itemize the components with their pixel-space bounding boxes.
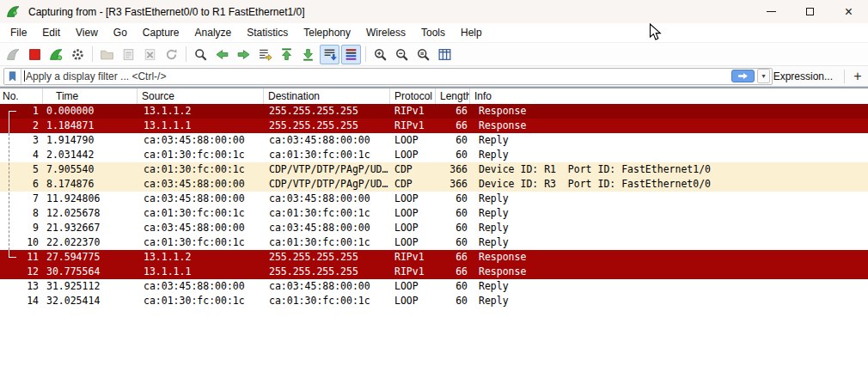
colorize-toggle[interactable] [341,45,361,64]
menu-tools[interactable]: Tools [413,23,453,42]
column-header-time[interactable]: Time [43,88,138,104]
maximize-icon [806,8,814,15]
cell-source: 13.1.1.2 [138,250,264,265]
cell-info: Response [470,250,868,265]
menu-go[interactable]: Go [106,23,135,42]
shark-fin-gray-icon [6,47,21,62]
cell-time: 0.000000 [43,104,138,119]
colorize-icon [344,47,358,62]
cell-length: 366 [436,177,470,192]
menu-edit[interactable]: Edit [34,23,68,42]
column-header-source[interactable]: Source [138,88,264,104]
maximize-button[interactable] [791,0,829,23]
cell-no: 3 [0,133,43,148]
menu-help[interactable]: Help [453,23,490,42]
apply-filter-button[interactable] [731,70,755,82]
resize-columns-button[interactable] [435,45,455,64]
go-back-button[interactable] [212,45,232,64]
cell-source: 13.1.1.2 [138,104,264,119]
close-file-icon [143,47,157,62]
menu-capture[interactable]: Capture [135,23,187,42]
go-last-packet-button[interactable] [298,45,318,64]
cell-no: 6 [0,177,43,192]
cell-no: 13 [0,279,43,294]
cell-time: 27.594775 [43,250,138,265]
capture-options-button[interactable] [68,45,88,64]
column-header-no[interactable]: No. [0,88,43,104]
packet-row-11[interactable]: 1127.59477513.1.1.2255.255.255.255RIPv16… [0,250,868,265]
cell-protocol: RIPv1 [390,265,436,279]
cell-time: 31.925112 [43,279,138,294]
cell-no: 10 [0,235,43,250]
arrow-top-icon [279,47,294,62]
expression-button[interactable]: Expression... [773,70,833,82]
folder-icon [100,47,114,62]
cell-no: 11 [0,250,43,265]
cell-info: Reply [470,294,868,308]
cell-source: ca:01:30:fc:00:1c [138,148,264,162]
filter-bookmark-button[interactable] [4,69,21,84]
packet-row-10[interactable]: 1022.022370ca:01:30:fc:00:1cca:01:30:fc:… [0,235,868,250]
cell-time: 21.932667 [43,221,138,235]
column-header-protocol[interactable]: Protocol [390,88,436,104]
zoom-normal-button[interactable] [413,45,433,64]
add-filter-button[interactable]: + [851,70,865,83]
cell-info: Reply [470,192,868,206]
packet-row-1[interactable]: 10.00000013.1.1.2255.255.255.255RIPv166R… [0,104,868,119]
packet-row-7[interactable]: 711.924806ca:03:45:88:00:00ca:03:45:88:0… [0,192,868,206]
go-first-packet-button[interactable] [277,45,296,64]
cell-source: ca:01:30:fc:00:1c [138,206,264,221]
menu-statistics[interactable]: Statistics [239,23,296,42]
packet-row-12[interactable]: 1230.77556413.1.1.1255.255.255.255RIPv16… [0,265,868,279]
zoom-out-button[interactable] [392,45,412,64]
menu-wireless[interactable]: Wireless [358,23,413,42]
column-header-info[interactable]: Info [470,88,868,104]
cell-source: 13.1.1.1 [138,265,264,279]
menu-file[interactable]: File [3,23,34,42]
cell-time: 30.775564 [43,265,138,279]
cell-info: Response [470,119,868,133]
packet-row-2[interactable]: 21.18487113.1.1.1255.255.255.255RIPv166R… [0,119,868,133]
packet-row-8[interactable]: 812.025678ca:01:30:fc:00:1cca:01:30:fc:0… [0,206,868,221]
start-capture-button [3,45,23,64]
cell-length: 60 [436,133,470,148]
reload-icon [164,47,179,62]
wireshark-window: Capturing from - [R3 FastEthernet0/0 to … [0,0,868,384]
cell-no: 1 [0,104,43,119]
cell-destination: ca:03:45:88:00:00 [264,221,390,235]
go-forward-button[interactable] [234,45,254,64]
column-header-destination[interactable]: Destination [264,88,390,104]
go-to-packet-button[interactable] [255,45,275,64]
main-toolbar [0,43,868,66]
cell-info: Reply [470,148,868,162]
stop-capture-button[interactable] [25,45,45,64]
packet-row-5[interactable]: 57.905540ca:01:30:fc:00:1cCDP/VTP/DTP/PA… [0,162,868,177]
restart-capture-button[interactable] [46,45,66,64]
minimize-button[interactable] [752,0,791,23]
find-packet-button[interactable] [191,45,211,64]
cell-source: ca:01:30:fc:00:1c [138,162,264,177]
close-button[interactable]: × [829,0,868,23]
cell-info: Reply [470,133,868,148]
packet-row-6[interactable]: 68.174876ca:03:45:88:00:00CDP/VTP/DTP/PA… [0,177,868,192]
zoom-in-button[interactable] [370,45,390,64]
cell-protocol: LOOP [390,279,436,294]
filter-history-dropdown[interactable]: ▾ [757,69,770,83]
cell-destination: CDP/VTP/DTP/PAgP/UD… [264,162,390,177]
cell-destination: ca:01:30:fc:00:1c [264,235,390,250]
menu-view[interactable]: View [68,23,106,42]
packet-row-14[interactable]: 1432.025414ca:01:30:fc:00:1cca:01:30:fc:… [0,294,868,308]
packet-row-3[interactable]: 31.914790ca:03:45:88:00:00ca:03:45:88:00… [0,133,868,148]
display-filter-input[interactable]: Apply a display filter ... <Ctrl-/> ▾ [3,68,773,85]
cell-source: 13.1.1.1 [138,119,264,133]
cell-source: ca:03:45:88:00:00 [138,221,264,235]
packet-row-9[interactable]: 921.932667ca:03:45:88:00:00ca:03:45:88:0… [0,221,868,235]
menu-analyze[interactable]: Analyze [187,23,240,42]
auto-scroll-toggle[interactable] [320,45,339,64]
cell-length: 60 [436,279,470,294]
menu-telephony[interactable]: Telephony [296,23,358,42]
packet-list-body: 10.00000013.1.1.2255.255.255.255RIPv166R… [0,104,868,308]
column-header-length[interactable]: Length [436,88,470,104]
packet-row-13[interactable]: 1331.925112ca:03:45:88:00:00ca:03:45:88:… [0,279,868,294]
packet-row-4[interactable]: 42.031442ca:01:30:fc:00:1cca:01:30:fc:00… [0,148,868,162]
